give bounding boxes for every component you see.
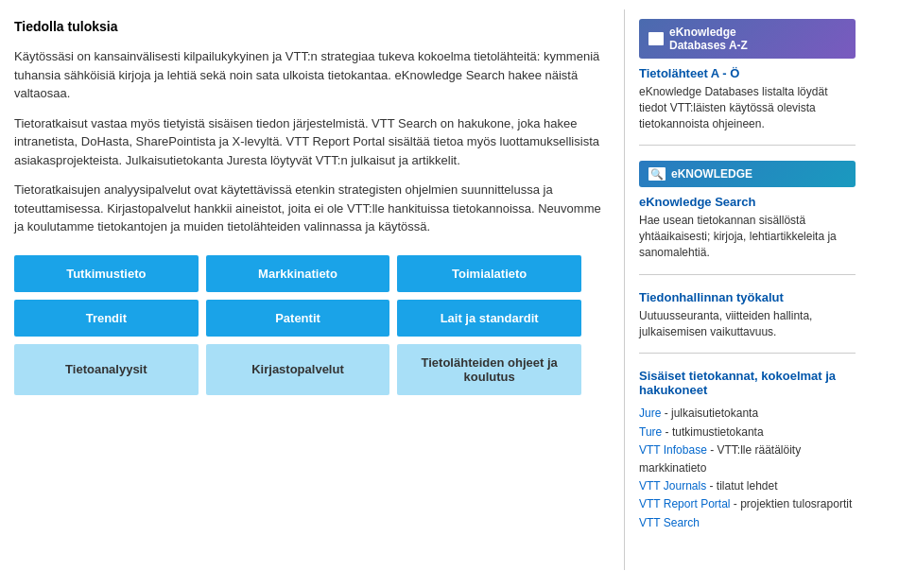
databases-desc: eKnowledge Databases listalta löydät tie…	[639, 84, 856, 131]
intro-paragraph-3: Tietoratkaisujen analyysipalvelut ovat k…	[14, 181, 605, 236]
tools-link-title[interactable]: Tiedonhallinnan työkalut	[639, 290, 856, 304]
report-portal-desc: - projektien tulosraportit	[730, 497, 852, 510]
tools-desc: Uutuusseuranta, viitteiden hallinta, jul…	[639, 308, 856, 340]
jure-link[interactable]: Jure	[639, 406, 661, 420]
list-item: VTT Infobase - VTT:lle räätälöity markki…	[639, 441, 856, 477]
vtt-search-link[interactable]: VTT Search	[639, 516, 700, 529]
infobase-link[interactable]: VTT Infobase	[639, 443, 707, 457]
intro-paragraph-2: Tietoratkaisut vastaa myös tietyistä sis…	[14, 114, 605, 170]
search-link-title[interactable]: eKnowledge Search	[639, 195, 856, 209]
list-item: VTT Report Portal - projektien tulosrapo…	[639, 495, 856, 513]
button-grid: Tutkimustieto Markkinatieto Toimialatiet…	[14, 255, 581, 395]
btn-kirjastopalvelut[interactable]: Kirjastopalvelut	[206, 344, 390, 395]
ture-link[interactable]: Ture	[639, 425, 662, 439]
btn-patentit[interactable]: Patentit	[206, 300, 390, 337]
search-desc: Hae usean tietokannan sisällöstä yhtäaik…	[639, 213, 856, 260]
journals-link[interactable]: VTT Journals	[639, 479, 706, 493]
report-portal-link[interactable]: VTT Report Portal	[639, 497, 730, 510]
sidebar-section-tools: Tiedonhallinnan työkalut Uutuusseuranta,…	[639, 290, 856, 355]
intro-paragraph-1: Käytössäsi on kansainvälisesti kilpailuk…	[14, 47, 605, 103]
search-banner-text: eKNOWLEDGE	[671, 167, 752, 181]
sidebar-section-databases: eKnowledgeDatabases A-Z Tietolähteet A -…	[639, 19, 856, 146]
journals-desc: - tilatut lehdet	[706, 479, 777, 493]
banner-text: eKnowledgeDatabases A-Z	[669, 26, 748, 52]
list-item: VTT Search	[639, 514, 856, 532]
list-item: Ture - tutkimustietokanta	[639, 424, 856, 441]
database-icon	[648, 32, 664, 45]
btn-trendit[interactable]: Trendit	[14, 300, 199, 337]
main-content: Tiedolla tuloksia Käytössäsi on kansainv…	[0, 9, 624, 570]
search-banner[interactable]: 🔍 eKNOWLEDGE	[639, 161, 856, 187]
btn-tietoanalyysit[interactable]: Tietoanalyysit	[14, 344, 199, 395]
list-item: VTT Journals - tilatut lehdet	[639, 477, 856, 495]
databases-banner[interactable]: eKnowledgeDatabases A-Z	[639, 19, 856, 59]
sidebar-section-search: 🔍 eKNOWLEDGE eKnowledge Search Hae usean…	[639, 161, 856, 274]
btn-tutkimustieto[interactable]: Tutkimustieto	[14, 255, 199, 292]
btn-toimialatieto[interactable]: Toimialatieto	[397, 255, 581, 292]
search-icon: 🔍	[648, 167, 666, 181]
jure-desc: - julkaisutietokanta	[661, 406, 758, 420]
ture-desc: - tutkimustietokanta	[662, 425, 763, 439]
page-title: Tiedolla tuloksia	[14, 19, 605, 34]
databases-link-title[interactable]: Tietolähteet A - Ö	[639, 66, 856, 80]
internal-section-title: Sisäiset tietokannat, kokoelmat ja hakuk…	[639, 369, 856, 397]
list-item: Jure - julkaisutietokanta	[639, 405, 856, 423]
btn-markkinatieto[interactable]: Markkinatieto	[206, 255, 390, 292]
btn-lait-standardit[interactable]: Lait ja standardit	[397, 300, 581, 337]
sidebar-section-internal: Sisäiset tietokannat, kokoelmat ja hakuk…	[639, 369, 856, 545]
sidebar: eKnowledgeDatabases A-Z Tietolähteet A -…	[624, 9, 870, 570]
btn-tietolahteiden-ohjeet[interactable]: Tietolähteiden ohjeet ja koulutus	[397, 344, 581, 395]
internal-links-list: Jure - julkaisutietokanta Ture - tutkimu…	[639, 405, 856, 531]
